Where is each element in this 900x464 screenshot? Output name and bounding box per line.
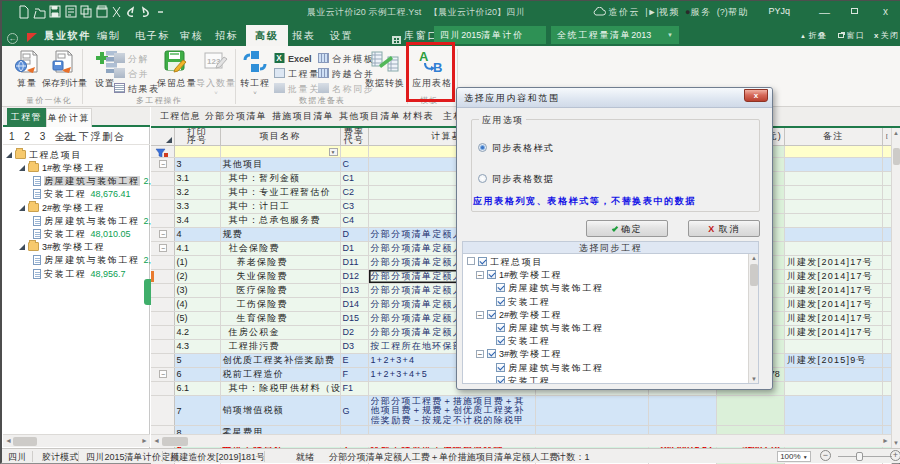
svg-text:X: X — [276, 54, 282, 63]
